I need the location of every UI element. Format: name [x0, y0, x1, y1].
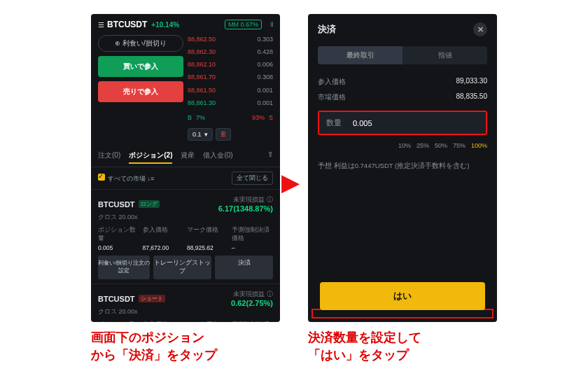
menu-icon[interactable]: ☰ — [98, 21, 103, 29]
pct-25[interactable]: 25% — [416, 142, 429, 149]
mm-pill: MM 0.67% — [225, 20, 262, 29]
chevron-down-icon: ▾ — [204, 130, 208, 139]
tabs: 注文(0) ポジション(2) 資産 借入金(0) ⇪ — [91, 146, 280, 167]
modal-title: 決済 — [318, 23, 336, 36]
audio-icon[interactable]: ⫴ — [270, 20, 273, 29]
change-pct: +10.14% — [151, 21, 179, 29]
tick-select[interactable]: 0.1▾ — [188, 128, 213, 141]
pos-trailing-button[interactable]: トレーリングストップ — [153, 255, 211, 279]
orderbook: 88,862.500.303 88,862.300.428 88,862.100… — [188, 35, 273, 141]
depth-icon[interactable]: ≣ — [216, 128, 231, 141]
estimate-text: 予想 利益は0.7447USDT (推定決済手数料を含む) — [308, 156, 497, 176]
long-tag: ロング — [139, 200, 160, 208]
position-card: BTCUSDT ロング 未実現損益 ⓘ6.17(1348.87%) クロス 20… — [91, 189, 280, 284]
qty-input[interactable]: 数量 0.005 — [318, 111, 487, 135]
tab-borrow[interactable]: 借入金(0) — [203, 150, 232, 164]
tab-orders[interactable]: 注文(0) — [98, 150, 120, 164]
position-card: BTCUSDT ショート 未実現損益 ⓘ0.62(2.75%) クロス 20.0… — [91, 284, 280, 322]
pct-10[interactable]: 10% — [398, 142, 411, 149]
segmented-control: 最終取引 指値 — [318, 46, 487, 64]
seg-limit[interactable]: 指値 — [402, 46, 487, 64]
pos-tpsl-button[interactable]: 利食い/損切り注文の設定 — [98, 255, 150, 279]
pct-50[interactable]: 50% — [435, 142, 447, 149]
sort-icon[interactable]: ↓≡ — [148, 175, 155, 182]
all-markets-label: すべての市場 — [108, 175, 146, 182]
sell-button[interactable]: 売りで参入 — [98, 81, 183, 102]
all-markets-check[interactable] — [98, 174, 105, 181]
pct-75[interactable]: 75% — [453, 142, 465, 149]
close-icon[interactable]: ✕ — [473, 22, 487, 36]
close-all-button[interactable]: 全て閉じる — [232, 172, 273, 185]
tpsl-button[interactable]: ⊕ 利食い/損切り — [98, 35, 183, 52]
pos-close-button[interactable]: 決済 — [215, 255, 273, 279]
tab-positions[interactable]: ポジション(2) — [129, 150, 172, 164]
pct-100[interactable]: 100% — [471, 142, 487, 149]
confirm-highlight: はい — [312, 309, 493, 318]
right-caption: 決済数量を設定して 「はい」をタップ — [308, 329, 497, 364]
confirm-button[interactable]: はい — [320, 282, 485, 310]
tab-assets[interactable]: 資産 — [181, 150, 195, 164]
share-icon[interactable]: ⇪ — [267, 150, 273, 164]
left-phone: ☰ BTCUSDT +10.14% MM 0.67% ⫴ ⊕ 利食い/損切り 買… — [91, 14, 280, 322]
short-tag: ショート — [139, 295, 165, 302]
pair-name[interactable]: BTCUSDT — [107, 20, 147, 29]
buy-button[interactable]: 買いで参入 — [98, 56, 183, 77]
right-phone: 決済 ✕ 最終取引 指値 参入価格89,033.30 市場価格88,835.50… — [308, 14, 497, 322]
seg-last[interactable]: 最終取引 — [318, 46, 402, 64]
left-caption: 画面下のポジション から「決済」をタップ — [91, 329, 280, 364]
arrow-icon: ▶ — [281, 168, 300, 196]
